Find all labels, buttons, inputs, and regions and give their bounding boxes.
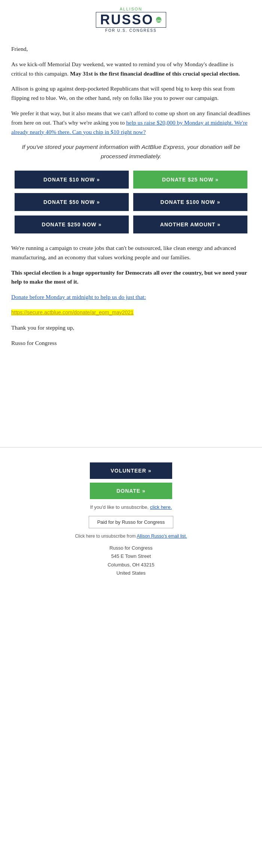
svg-text:OH: OH [156,19,161,22]
cta-link-text: Donate before Monday at midnight to help… [11,293,251,302]
donate-cell-other: ANOTHER AMOUNT » [132,214,249,235]
paragraph4: We're running a campaign to create jobs … [11,244,251,262]
donate-cell-25: DONATE $25 NOW » [132,169,249,190]
donation-url-link[interactable]: https://secure.actblue.com/donate/ar_eom… [11,309,134,315]
greeting: Friend, [11,45,251,54]
donate-other-button[interactable]: ANOTHER AMOUNT » [133,216,247,233]
unsubscribe-pre: If you'd like to unsubscribe, [90,504,149,510]
volunteer-button[interactable]: VOLUNTEER » [90,462,172,479]
donate-25-button[interactable]: DONATE $25 NOW » [133,171,247,189]
address-line3: Columbus, OH 43215 [11,561,251,569]
paragraph1-bold: May 31st is the first financial deadline… [70,70,240,77]
logo: Allison RUSSO OH for U.S. Congress [96,7,166,33]
logo-russo: RUSSO [100,13,153,27]
whitespace [11,354,251,428]
unsubscribe-email-pre: Click here to unsubscribe from [75,534,135,539]
address-line4: United States [11,569,251,577]
paragraph1: As we kick-off Memorial Day weekend, we … [11,60,251,79]
unsubscribe-email-link[interactable]: Allison Russo's email list. [137,534,187,539]
section-divider [0,447,262,447]
footer-section: VOLUNTEER » DONATE » If you'd like to un… [0,455,262,584]
address-line1: Russo for Congress [11,544,251,552]
unsubscribe-link[interactable]: click here. [150,504,172,510]
address-line2: 545 E Town Street [11,552,251,560]
donate-cell-100: DONATE $100 NOW » [132,192,249,212]
donate-row-3: DONATE $250 NOW » ANOTHER AMOUNT » [13,214,249,235]
paragraph3: We prefer it that way, but it also means… [11,109,251,137]
paragraph5-bold: This special election is a huge opportun… [11,269,247,285]
donate-10-button[interactable]: DONATE $10 NOW » [15,171,129,189]
logo-allison: Allison [96,7,166,11]
unsubscribe-email-text: Click here to unsubscribe from Allison R… [11,534,251,539]
donate-footer-button-wrap: DONATE » [11,483,251,504]
donate-100-button[interactable]: DONATE $100 NOW » [133,193,247,211]
ohio-icon: OH [155,16,162,23]
email-header: Allison RUSSO OH for U.S. Congress [0,0,262,37]
address-block: Russo for Congress 545 E Town Street Col… [11,544,251,577]
paragraph5: This special election is a huge opportun… [11,268,251,287]
signature: Russo for Congress [11,339,251,348]
unsubscribe-email-post: email list. [168,534,187,539]
donate-cell-250: DONATE $250 NOW » [13,214,130,235]
sign-off: Thank you for stepping up, [11,323,251,333]
donate-row-2: DONATE $50 NOW » DONATE $100 NOW » [13,192,249,212]
email-body: Friend, As we kick-off Memorial Day week… [0,37,262,436]
donation-url-para: https://secure.actblue.com/donate/ar_eom… [11,308,251,317]
donate-grid: DONATE $10 NOW » DONATE $25 NOW » DONATE… [11,167,251,237]
donate-250-button[interactable]: DONATE $250 NOW » [15,216,129,233]
logo-for-congress: for U.S. Congress [96,28,166,33]
logo-bar: RUSSO OH [96,12,166,28]
paid-for-box-wrap: Paid for by Russo for Congress [11,516,251,534]
unsubscribe-text: If you'd like to unsubscribe, click here… [11,504,251,510]
donate-cell-10: DONATE $10 NOW » [13,169,130,190]
cta-donate-link[interactable]: Donate before Monday at midnight to help… [11,294,146,300]
paid-for-box: Paid for by Russo for Congress [89,516,174,528]
donate-footer-button[interactable]: DONATE » [90,483,172,499]
donate-row-1: DONATE $10 NOW » DONATE $25 NOW » [13,169,249,190]
volunteer-button-wrap: VOLUNTEER » [11,462,251,483]
paragraph2: Allison is going up against deep-pockete… [11,84,251,103]
unsubscribe-email-name: Allison Russo's [137,534,167,539]
donate-cell-50: DONATE $50 NOW » [13,192,130,212]
email-wrapper: Allison RUSSO OH for U.S. Congress Frien… [0,0,262,585]
donate-50-button[interactable]: DONATE $50 NOW » [15,193,129,211]
payment-note: If you've stored your payment informatio… [11,143,251,161]
